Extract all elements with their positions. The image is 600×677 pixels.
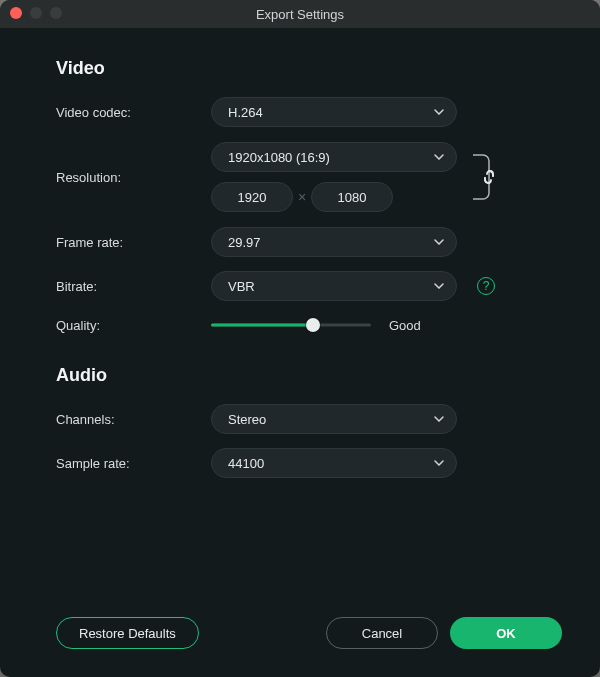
select-value: VBR (228, 279, 255, 294)
window-title: Export Settings (0, 7, 600, 22)
ok-button[interactable]: OK (450, 617, 562, 649)
chevron-down-icon (434, 460, 444, 466)
chevron-down-icon (434, 109, 444, 115)
dialog-body: Video Video codec: H.264 Resolution: 192… (0, 28, 600, 599)
select-value: Stereo (228, 412, 266, 427)
cancel-button[interactable]: Cancel (326, 617, 438, 649)
input-value: 1080 (338, 190, 367, 205)
select-channels[interactable]: Stereo (211, 404, 457, 434)
multiply-icon: × (293, 189, 311, 205)
chevron-down-icon (434, 416, 444, 422)
slider-fill (211, 324, 313, 327)
row-bitrate: Bitrate: VBR ? (56, 271, 562, 301)
label-resolution: Resolution: (56, 170, 211, 185)
close-window-button[interactable] (10, 7, 22, 19)
help-icon[interactable]: ? (477, 277, 495, 295)
button-label: Cancel (362, 626, 402, 641)
label-video-codec: Video codec: (56, 105, 211, 120)
maximize-window-button[interactable] (50, 7, 62, 19)
select-video-codec[interactable]: H.264 (211, 97, 457, 127)
help-glyph: ? (483, 279, 490, 293)
select-resolution-preset[interactable]: 1920x1080 (16:9) (211, 142, 457, 172)
quality-slider[interactable] (211, 315, 371, 335)
select-value: 1920x1080 (16:9) (228, 150, 330, 165)
select-sample-rate[interactable]: 44100 (211, 448, 457, 478)
section-heading-video: Video (56, 58, 562, 79)
label-quality: Quality: (56, 318, 211, 333)
select-bitrate[interactable]: VBR (211, 271, 457, 301)
chevron-down-icon (434, 239, 444, 245)
label-sample-rate: Sample rate: (56, 456, 211, 471)
chevron-down-icon (434, 283, 444, 289)
select-value: 29.97 (228, 235, 261, 250)
select-value: H.264 (228, 105, 263, 120)
export-settings-window: Export Settings Video Video codec: H.264… (0, 0, 600, 677)
minimize-window-button[interactable] (30, 7, 42, 19)
chevron-down-icon (434, 154, 444, 160)
quality-readout: Good (389, 318, 421, 333)
row-video-codec: Video codec: H.264 (56, 97, 562, 127)
label-frame-rate: Frame rate: (56, 235, 211, 250)
select-frame-rate[interactable]: 29.97 (211, 227, 457, 257)
row-resolution: Resolution: 1920x1080 (16:9) 1920 × (56, 141, 562, 213)
section-heading-audio: Audio (56, 365, 562, 386)
titlebar: Export Settings (0, 0, 600, 28)
button-label: OK (496, 626, 516, 641)
select-value: 44100 (228, 456, 264, 471)
restore-defaults-button[interactable]: Restore Defaults (56, 617, 199, 649)
slider-thumb[interactable] (306, 318, 320, 332)
window-controls (10, 7, 62, 19)
input-value: 1920 (238, 190, 267, 205)
dialog-footer: Restore Defaults Cancel OK (0, 599, 600, 677)
link-dimensions-icon[interactable] (469, 141, 499, 213)
input-resolution-height[interactable]: 1080 (311, 182, 393, 212)
label-bitrate: Bitrate: (56, 279, 211, 294)
input-resolution-width[interactable]: 1920 (211, 182, 293, 212)
row-quality: Quality: Good (56, 315, 562, 335)
row-frame-rate: Frame rate: 29.97 (56, 227, 562, 257)
row-sample-rate: Sample rate: 44100 (56, 448, 562, 478)
label-channels: Channels: (56, 412, 211, 427)
row-channels: Channels: Stereo (56, 404, 562, 434)
button-label: Restore Defaults (79, 626, 176, 641)
